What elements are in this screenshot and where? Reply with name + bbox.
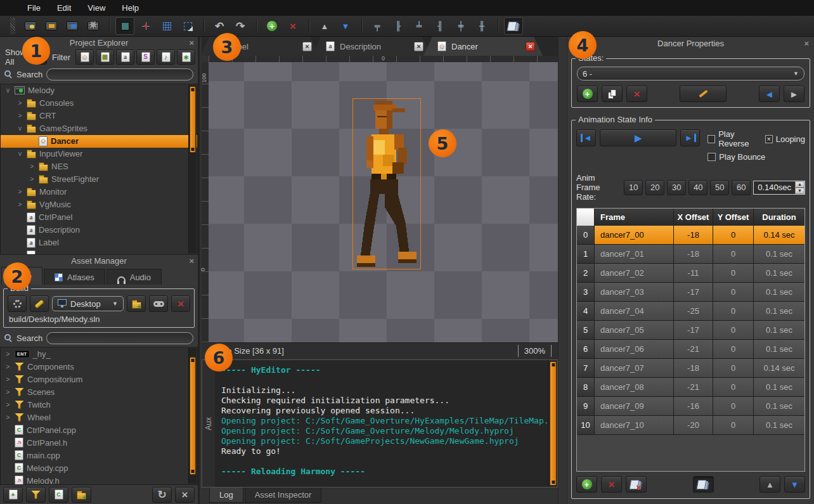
expander-icon[interactable]: >	[16, 188, 23, 195]
asset-manager-tab[interactable]: Atlases	[44, 269, 105, 285]
toolbar-button[interactable]: ↶	[210, 17, 229, 35]
expander-icon[interactable]: v	[16, 150, 23, 157]
duration-cell[interactable]: 0.14 sec	[754, 359, 804, 377]
duration-cell[interactable]: 0.14 sec	[754, 226, 804, 244]
toolbar-button[interactable]	[84, 17, 103, 35]
x-offset-cell[interactable]: -18	[674, 245, 713, 263]
menu-item[interactable]: File	[19, 1, 49, 15]
close-panel-icon[interactable]: ×	[804, 39, 809, 48]
rename-state-button[interactable]	[680, 86, 727, 102]
row-index[interactable]: 10	[577, 416, 595, 434]
x-offset-cell[interactable]: -17	[674, 321, 713, 339]
expander-icon[interactable]: >	[4, 363, 11, 370]
add-frame-button[interactable]: +	[576, 476, 597, 493]
close-tab-button[interactable]: ×	[526, 42, 535, 51]
x-offset-cell[interactable]: -11	[674, 264, 713, 282]
expander-icon[interactable]: >	[4, 351, 11, 358]
expander-icon[interactable]: >	[16, 100, 23, 107]
toolbar-button[interactable]: ×	[283, 17, 302, 35]
row-index[interactable]: 2	[577, 264, 595, 282]
asset-tree-scrollbar[interactable]	[188, 348, 197, 484]
duration-cell[interactable]: 0.1 sec	[754, 302, 804, 320]
frame-rate-button[interactable]: 50	[710, 180, 729, 195]
menu-item[interactable]: Help	[113, 1, 147, 15]
x-offset-cell[interactable]: -18	[674, 226, 713, 244]
header-x-offset[interactable]: X Offset	[674, 209, 713, 226]
duration-cell[interactable]: 0.1 sec	[754, 321, 804, 339]
toolbar-button[interactable]: ╤	[368, 17, 387, 35]
expander-icon[interactable]: >	[4, 401, 11, 408]
state-combo[interactable]: 6 - ▼	[577, 67, 804, 81]
y-offset-cell[interactable]: 0	[713, 378, 754, 396]
toolbar-button[interactable]	[21, 17, 40, 35]
spin-down-button[interactable]: ▼	[795, 188, 804, 194]
duration-cell[interactable]: 0.1 sec	[754, 397, 804, 415]
duration-cell[interactable]: 0.1 sec	[754, 416, 804, 434]
console-tab[interactable]: Log	[209, 488, 243, 503]
run-build-button[interactable]	[149, 295, 168, 312]
frame-row[interactable]: 10 dancer7_10 -20 0 0.1 sec	[577, 416, 804, 435]
play-button[interactable]: ▶	[600, 129, 676, 146]
expander-icon[interactable]: >	[4, 414, 11, 421]
x-offset-cell[interactable]: -18	[674, 359, 713, 377]
toolbar-button[interactable]: ▼	[336, 17, 355, 35]
tree-item[interactable]: ☺ Dancer	[1, 135, 197, 148]
toolbar-button[interactable]: ╟	[389, 17, 408, 35]
tree-item[interactable]: a Description	[1, 224, 197, 236]
move-state-forward-button[interactable]: ►	[784, 86, 804, 102]
x-offset-cell[interactable]: -21	[674, 378, 713, 396]
toolbar-button[interactable]	[42, 17, 61, 35]
y-offset-cell[interactable]: 0	[713, 226, 754, 244]
open-build-folder-button[interactable]	[127, 295, 146, 312]
tree-item[interactable]: C Melody.cpp	[1, 462, 197, 474]
expander-icon[interactable]: >	[4, 389, 11, 396]
expander-icon[interactable]: v	[16, 125, 23, 132]
frame-row[interactable]: 1 dancer7_01 -18 0 0.1 sec	[577, 245, 804, 264]
frame-row[interactable]: 4 dancer7_04 -25 0 0.1 sec	[577, 302, 804, 321]
frame-name-cell[interactable]: dancer7_07	[595, 359, 674, 377]
expander-icon[interactable]: v	[4, 87, 11, 94]
row-index[interactable]: 3	[577, 283, 595, 301]
move-state-back-button[interactable]: ◄	[759, 86, 780, 102]
y-offset-cell[interactable]: 0	[713, 264, 754, 282]
tree-item[interactable]: > ENT _hy_	[1, 347, 197, 360]
atlas-frames-button[interactable]	[693, 476, 714, 493]
toolbar-button[interactable]	[504, 17, 523, 35]
frame-row[interactable]: 6 dancer7_06 -21 0 0.1 sec	[577, 340, 804, 359]
frame-name-cell[interactable]: dancer7_01	[595, 245, 674, 263]
filter-button[interactable]: a	[116, 49, 134, 65]
row-index[interactable]: 1	[577, 245, 595, 263]
frame-row[interactable]: 5 dancer7_05 -17 0 0.1 sec	[577, 321, 804, 340]
filter-button[interactable]: ▦	[96, 49, 114, 65]
frame-rate-button[interactable]: 60	[732, 180, 751, 195]
row-index[interactable]: 0	[577, 226, 595, 244]
frame-name-cell[interactable]: dancer7_03	[595, 283, 674, 301]
close-panel-icon[interactable]: ×	[189, 38, 194, 48]
duration-cell[interactable]: 0.1 sec	[754, 378, 804, 396]
frame-rate-button[interactable]: 10	[624, 180, 643, 195]
project-tree-scrollbar[interactable]	[188, 85, 197, 254]
x-offset-cell[interactable]: -25	[674, 302, 713, 320]
console-tab[interactable]: Asset Inspector	[245, 488, 322, 503]
tree-item[interactable]: > Monitor	[1, 186, 197, 198]
toolbar-button[interactable]	[136, 17, 155, 35]
y-offset-cell[interactable]: 0	[713, 283, 754, 301]
zoom-level[interactable]: 300%	[518, 345, 552, 357]
frame-row[interactable]: 0 dancer7_00 -18 0 0.14 sec	[577, 226, 804, 245]
frame-name-cell[interactable]: dancer7_09	[595, 397, 674, 415]
tree-item[interactable]: v InputViewer	[1, 148, 197, 160]
asset-manager-tab[interactable]: Audio	[107, 269, 162, 285]
filter-button[interactable]: ☺	[75, 49, 94, 65]
build-settings-button[interactable]	[8, 295, 27, 312]
toolbar-button[interactable]: ╫	[472, 17, 491, 35]
duration-cell[interactable]: 0.1 sec	[754, 340, 804, 358]
header-duration[interactable]: Duration	[754, 209, 804, 226]
expander-icon[interactable]: >	[29, 163, 36, 170]
frame-row[interactable]: 3 dancer7_03 -17 0 0.1 sec	[577, 283, 804, 302]
row-index[interactable]: 9	[577, 397, 595, 415]
spin-up-button[interactable]: ▲	[795, 181, 804, 188]
y-offset-cell[interactable]: 0	[713, 321, 754, 339]
play-reverse-checkbox[interactable]	[707, 135, 715, 143]
toolbar-button[interactable]: ╢	[430, 17, 449, 35]
frame-rate-button[interactable]: 40	[688, 180, 707, 195]
